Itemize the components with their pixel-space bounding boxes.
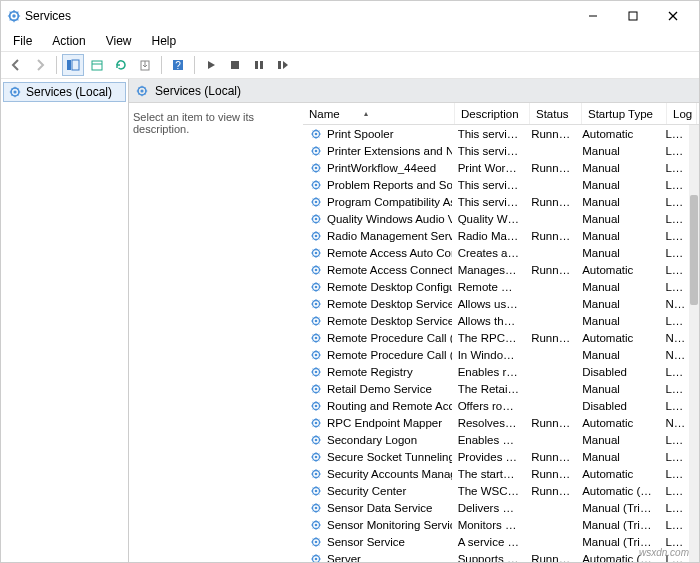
column-header-description[interactable]: Description bbox=[455, 103, 530, 124]
service-row[interactable]: Print SpoolerThis service ...RunningAuto… bbox=[303, 125, 689, 142]
pause-service-button[interactable] bbox=[248, 54, 270, 76]
service-description: Offers routi... bbox=[452, 400, 525, 412]
service-row[interactable]: Sensor Data ServiceDelivers dat...Manual… bbox=[303, 499, 689, 516]
toolbar: ? bbox=[1, 51, 699, 79]
service-name: Security Center bbox=[327, 485, 406, 497]
service-name: Printer Extensions and Notif... bbox=[327, 145, 452, 157]
tree-item-services-local[interactable]: Services (Local) bbox=[3, 82, 126, 102]
svg-marker-13 bbox=[208, 61, 215, 69]
service-icon bbox=[309, 518, 323, 532]
svg-point-48 bbox=[315, 336, 318, 339]
service-row[interactable]: Secondary LogonEnables star...ManualLoc bbox=[303, 431, 689, 448]
service-icon bbox=[309, 280, 323, 294]
service-row[interactable]: Remote Access Auto Conne...Creates a co.… bbox=[303, 244, 689, 261]
toolbar-separator bbox=[194, 56, 195, 74]
window-title: Services bbox=[25, 9, 71, 23]
service-logon: Loc bbox=[659, 536, 689, 548]
service-row[interactable]: Security Accounts ManagerThe startup ...… bbox=[303, 465, 689, 482]
service-icon bbox=[309, 416, 323, 430]
service-name: Remote Desktop Configurat... bbox=[327, 281, 452, 293]
service-row[interactable]: Remote Procedure Call (RP...In Windows..… bbox=[303, 346, 689, 363]
service-name: Server bbox=[327, 553, 361, 563]
service-name: Remote Procedure Call (RPC) bbox=[327, 332, 452, 344]
service-startup: Manual bbox=[576, 247, 659, 259]
service-logon: Loc bbox=[659, 128, 689, 140]
restart-service-button[interactable] bbox=[272, 54, 294, 76]
service-startup: Manual bbox=[576, 213, 659, 225]
service-row[interactable]: Remote Desktop ServicesAllows user...Man… bbox=[303, 295, 689, 312]
service-icon bbox=[309, 195, 323, 209]
service-status: Running bbox=[525, 468, 576, 480]
service-row[interactable]: Remote Access Connection...Manages di...… bbox=[303, 261, 689, 278]
service-row[interactable]: Remote RegistryEnables rem...DisabledLoc bbox=[303, 363, 689, 380]
service-description: The Retail D... bbox=[452, 383, 525, 395]
service-row[interactable]: ServerSupports fil...RunningAutomatic (T… bbox=[303, 550, 689, 562]
service-row[interactable]: Radio Management ServiceRadio Mana...Run… bbox=[303, 227, 689, 244]
svg-rect-7 bbox=[72, 60, 79, 70]
service-startup: Disabled bbox=[576, 400, 659, 412]
services-window: Services File Action View Help ? bbox=[0, 0, 700, 563]
back-button[interactable] bbox=[5, 54, 27, 76]
menu-action[interactable]: Action bbox=[44, 32, 93, 50]
service-row[interactable]: PrintWorkflow_44eedPrint Workfl...Runnin… bbox=[303, 159, 689, 176]
menu-file[interactable]: File bbox=[5, 32, 40, 50]
column-header-logon[interactable]: Log bbox=[667, 103, 697, 124]
service-status: Running bbox=[525, 332, 576, 344]
forward-button[interactable] bbox=[29, 54, 51, 76]
menu-help[interactable]: Help bbox=[144, 32, 185, 50]
refresh-button[interactable] bbox=[110, 54, 132, 76]
svg-marker-18 bbox=[283, 61, 288, 69]
service-description: Allows user... bbox=[452, 298, 525, 310]
service-status: Running bbox=[525, 162, 576, 174]
tree-pane: Services (Local) bbox=[1, 79, 129, 562]
service-row[interactable]: Remote Desktop Configurat...Remote Des..… bbox=[303, 278, 689, 295]
service-row[interactable]: Sensor Monitoring ServiceMonitors va...M… bbox=[303, 516, 689, 533]
service-startup: Manual bbox=[576, 298, 659, 310]
service-logon: Loc bbox=[659, 196, 689, 208]
toolbar-separator bbox=[161, 56, 162, 74]
menu-view[interactable]: View bbox=[98, 32, 140, 50]
properties-button[interactable] bbox=[86, 54, 108, 76]
service-row[interactable]: Remote Desktop Services U...Allows the r… bbox=[303, 312, 689, 329]
service-logon: Loc bbox=[659, 366, 689, 378]
service-status: Running bbox=[525, 485, 576, 497]
show-hide-tree-button[interactable] bbox=[62, 54, 84, 76]
start-service-button[interactable] bbox=[200, 54, 222, 76]
minimize-button[interactable] bbox=[573, 2, 613, 30]
service-row[interactable]: Security CenterThe WSCSV...RunningAutoma… bbox=[303, 482, 689, 499]
scroll-thumb[interactable] bbox=[690, 195, 698, 305]
service-name: Routing and Remote Access bbox=[327, 400, 452, 412]
service-row[interactable]: Secure Socket Tunneling Pr...Provides su… bbox=[303, 448, 689, 465]
column-header-status[interactable]: Status bbox=[530, 103, 582, 124]
stop-service-button[interactable] bbox=[224, 54, 246, 76]
service-row[interactable]: Printer Extensions and Notif...This serv… bbox=[303, 142, 689, 159]
service-icon bbox=[309, 246, 323, 260]
maximize-button[interactable] bbox=[613, 2, 653, 30]
column-header-name[interactable]: Name▴ bbox=[303, 103, 455, 124]
service-name: Remote Access Connection... bbox=[327, 264, 452, 276]
description-hint: Select an item to view its description. bbox=[133, 111, 254, 135]
service-row[interactable]: Remote Procedure Call (RPC)The RPCSS ...… bbox=[303, 329, 689, 346]
window-controls bbox=[573, 2, 693, 30]
export-button[interactable] bbox=[134, 54, 156, 76]
service-row[interactable]: Program Compatibility Assi...This servic… bbox=[303, 193, 689, 210]
service-icon bbox=[309, 450, 323, 464]
help-button[interactable]: ? bbox=[167, 54, 189, 76]
svg-point-52 bbox=[315, 370, 318, 373]
service-row[interactable]: Retail Demo ServiceThe Retail D...Manual… bbox=[303, 380, 689, 397]
service-row[interactable]: Routing and Remote AccessOffers routi...… bbox=[303, 397, 689, 414]
service-name: Sensor Service bbox=[327, 536, 405, 548]
service-row[interactable]: Sensor ServiceA service fo...Manual (Tri… bbox=[303, 533, 689, 550]
service-name: Remote Registry bbox=[327, 366, 413, 378]
service-row[interactable]: Quality Windows Audio Vid...Quality Win.… bbox=[303, 210, 689, 227]
close-button[interactable] bbox=[653, 2, 693, 30]
service-startup: Disabled bbox=[576, 366, 659, 378]
service-name: Secondary Logon bbox=[327, 434, 417, 446]
service-status: Running bbox=[525, 230, 576, 242]
svg-point-58 bbox=[315, 421, 318, 424]
column-header-startup[interactable]: Startup Type bbox=[582, 103, 667, 124]
service-row[interactable]: RPC Endpoint MapperResolves RP...Running… bbox=[303, 414, 689, 431]
svg-point-28 bbox=[315, 166, 318, 169]
vertical-scrollbar[interactable] bbox=[689, 125, 699, 562]
service-row[interactable]: Problem Reports and Soluti...This servic… bbox=[303, 176, 689, 193]
